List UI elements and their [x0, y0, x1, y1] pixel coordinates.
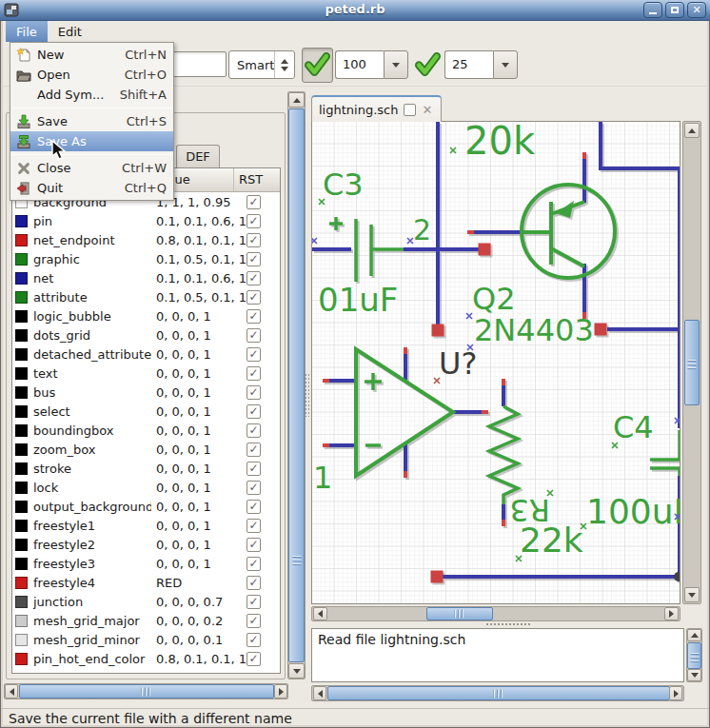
- log-hscrollbar-thumb[interactable]: [327, 686, 670, 700]
- mode-select[interactable]: Smart: [228, 50, 295, 79]
- color-table-row[interactable]: freestyle4 RED ✓: [12, 573, 280, 592]
- rst-checkbox[interactable]: ✓: [247, 633, 261, 647]
- color-table-row[interactable]: net_endpoint 0.8, 0.1, 0.1, 1 ✓: [12, 230, 280, 249]
- vertical-splitter[interactable]: [304, 373, 309, 417]
- rst-checkbox[interactable]: ✓: [247, 652, 261, 666]
- color-table-row[interactable]: bus 0, 0, 0, 1 ✓: [12, 383, 280, 402]
- color-table-row[interactable]: select 0, 0, 0, 1 ✓: [12, 402, 280, 421]
- rst-checkbox[interactable]: ✓: [247, 443, 261, 457]
- scroll-down-button[interactable]: [288, 663, 305, 679]
- color-table-row[interactable]: stroke 0, 0, 0, 1 ✓: [12, 459, 280, 478]
- schematic-canvas[interactable]: 20k C3 01uF 2 Q2 2N4403 1 R3 22k C4 100u…: [311, 121, 680, 604]
- scroll-up-button[interactable]: [288, 92, 305, 108]
- tab-def[interactable]: DEF: [176, 145, 220, 168]
- rst-checkbox[interactable]: ✓: [247, 271, 261, 285]
- minimize-button[interactable]: [643, 2, 662, 18]
- header-rst[interactable]: RST: [234, 168, 280, 191]
- color-table-row[interactable]: output_background 0, 0, 0, 1 ✓: [12, 497, 280, 516]
- rst-checkbox[interactable]: ✓: [247, 385, 261, 400]
- canvas-hscrollbar-thumb[interactable]: [426, 607, 493, 620]
- color-table-row[interactable]: text 0, 0, 0, 1 ✓: [12, 364, 280, 383]
- color-table-row[interactable]: pin 0.1, 0.1, 0.6, 1 ✓: [12, 211, 280, 230]
- rst-checkbox[interactable]: ✓: [247, 481, 261, 495]
- color-table-row[interactable]: logic_bubble 0, 0, 0, 1 ✓: [12, 306, 280, 325]
- color-table-row[interactable]: pin_hot_end_color 0.8, 0.1, 0.1, 1 ✓: [12, 649, 280, 668]
- rst-checkbox[interactable]: ✓: [247, 328, 261, 343]
- rst-checkbox[interactable]: ✓: [247, 290, 261, 305]
- rst-checkbox[interactable]: ✓: [247, 214, 261, 228]
- scroll-right-button[interactable]: [664, 607, 679, 620]
- titlebar[interactable]: peted.rb ✕: [0, 0, 710, 21]
- apply-grid-button[interactable]: [413, 50, 442, 79]
- rst-checkbox[interactable]: ✓: [247, 500, 261, 514]
- left-vscrollbar-thumb[interactable]: [288, 108, 305, 662]
- scroll-up-button[interactable]: [687, 629, 701, 641]
- scroll-left-button[interactable]: [313, 686, 326, 700]
- close-button[interactable]: ✕: [687, 2, 706, 18]
- rst-checkbox[interactable]: ✓: [247, 519, 261, 533]
- menu-edit[interactable]: Edit: [48, 21, 92, 42]
- zoom-combobox[interactable]: 100: [335, 50, 408, 79]
- tab-checkbox[interactable]: [404, 104, 416, 116]
- color-table-row[interactable]: freestyle3 0, 0, 0, 1 ✓: [12, 554, 280, 573]
- tab-lightning-sch[interactable]: lightning.sch ✕: [311, 95, 442, 122]
- canvas-hscrollbar[interactable]: [311, 606, 680, 621]
- log-vscrollbar-thumb[interactable]: [687, 642, 701, 669]
- canvas-vscrollbar-thumb[interactable]: [684, 320, 700, 405]
- scroll-down-button[interactable]: [687, 669, 701, 681]
- left-hscrollbar[interactable]: [4, 683, 288, 699]
- menu-item-add-sym[interactable]: Add Sym... Shift+A: [10, 85, 173, 105]
- grid-value[interactable]: 25: [444, 50, 493, 79]
- left-hscrollbar-thumb[interactable]: [19, 684, 274, 698]
- rst-checkbox[interactable]: ✓: [247, 366, 261, 381]
- color-table-row[interactable]: zoom_box 0, 0, 0, 1 ✓: [12, 440, 280, 459]
- color-table-row[interactable]: net 0.1, 0.1, 0.6, 1 ✓: [12, 268, 280, 287]
- log-vscrollbar[interactable]: [686, 628, 702, 682]
- log-hscrollbar[interactable]: [311, 685, 684, 701]
- zoom-dropdown-button[interactable]: [384, 50, 408, 79]
- scroll-left-button[interactable]: [5, 684, 18, 698]
- menu-item-save[interactable]: Save Ctrl+S: [10, 111, 173, 131]
- menu-item-close[interactable]: Close Ctrl+W: [10, 158, 173, 178]
- color-table-row[interactable]: detached_attribute 0, 0, 0, 1 ✓: [12, 344, 280, 364]
- rst-checkbox[interactable]: ✓: [247, 195, 261, 209]
- color-table-row[interactable]: dots_grid 0, 0, 0, 1 ✓: [12, 325, 280, 344]
- color-table-row[interactable]: freestyle1 0, 0, 0, 1 ✓: [12, 516, 280, 535]
- color-table-row[interactable]: mesh_grid_minor 0, 0, 0, 0.1 ✓: [12, 630, 280, 649]
- rst-checkbox[interactable]: ✓: [247, 309, 261, 324]
- menu-item-open[interactable]: Open Ctrl+O: [10, 65, 173, 85]
- rst-checkbox[interactable]: ✓: [247, 595, 261, 609]
- rst-checkbox[interactable]: ✓: [247, 233, 261, 247]
- scroll-right-button[interactable]: [274, 684, 287, 698]
- grid-combobox[interactable]: 25: [444, 50, 518, 79]
- rst-checkbox[interactable]: ✓: [247, 557, 261, 571]
- scroll-right-button[interactable]: [669, 686, 682, 700]
- menu-item-save-as[interactable]: Save As: [10, 131, 173, 151]
- color-table-row[interactable]: boundingbox 0, 0, 0, 1 ✓: [12, 421, 280, 440]
- rst-checkbox[interactable]: ✓: [247, 252, 261, 266]
- zoom-value[interactable]: 100: [335, 50, 384, 79]
- log-view[interactable]: Read file lightning.sch: [311, 628, 684, 682]
- rst-checkbox[interactable]: ✓: [247, 423, 261, 438]
- menu-file[interactable]: File: [6, 21, 48, 42]
- rst-checkbox[interactable]: ✓: [247, 462, 261, 476]
- menu-item-new[interactable]: New Ctrl+N: [10, 45, 173, 65]
- rst-checkbox[interactable]: ✓: [247, 347, 261, 362]
- scroll-up-button[interactable]: [684, 123, 700, 138]
- color-table-row[interactable]: attribute 0.1, 0.5, 0.1, 1 ✓: [12, 287, 280, 306]
- spinner-arrows-icon[interactable]: [274, 51, 294, 78]
- color-table-row[interactable]: freestyle2 0, 0, 0, 1 ✓: [12, 535, 280, 554]
- scroll-down-button[interactable]: [684, 587, 700, 602]
- color-table-row[interactable]: junction 0, 0, 0, 0.7 ✓: [12, 592, 280, 611]
- rst-checkbox[interactable]: ✓: [247, 614, 261, 628]
- color-table-row[interactable]: graphic 0.1, 0.5, 0.1, 1 ✓: [12, 249, 280, 268]
- rst-checkbox[interactable]: ✓: [247, 404, 261, 419]
- rst-checkbox[interactable]: ✓: [247, 538, 261, 552]
- menu-item-quit[interactable]: Quit Ctrl+Q: [10, 178, 173, 198]
- apply-zoom-button[interactable]: [302, 48, 333, 83]
- maximize-button[interactable]: [665, 2, 684, 18]
- color-table-row[interactable]: mesh_grid_major 0, 0, 0, 0.2 ✓: [12, 611, 280, 630]
- grid-dropdown-button[interactable]: [493, 50, 518, 79]
- tab-close-icon[interactable]: ✕: [422, 104, 432, 116]
- horizontal-splitter[interactable]: [485, 622, 530, 627]
